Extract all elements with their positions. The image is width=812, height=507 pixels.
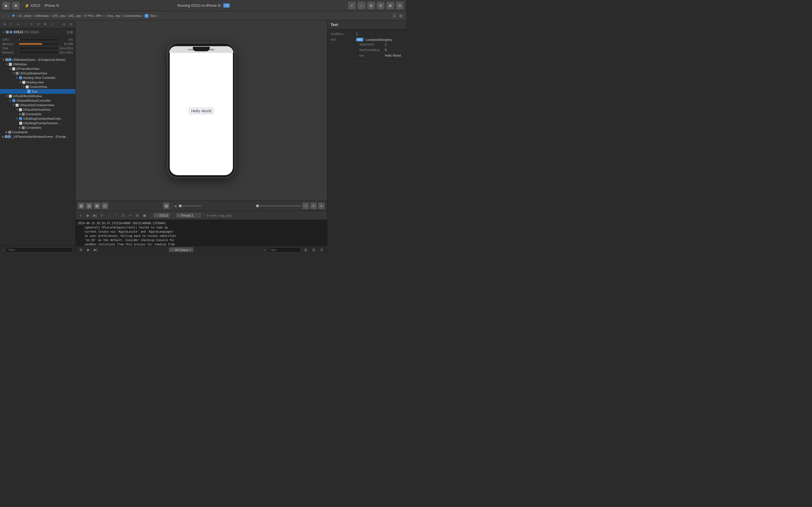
breadcrumb-item-6[interactable]: □ Hos...iew xyxy=(105,14,120,17)
tree-item-uiinputhost[interactable]: ▼ UIInputSetHostView xyxy=(0,107,75,112)
tree-item-uiediting[interactable]: ▼ UIEditingOverlayViewContr... xyxy=(0,116,75,121)
console-btn-3[interactable]: ▶| xyxy=(93,247,99,253)
zoom-slider-thumb[interactable] xyxy=(179,205,182,207)
zoom-layout-2[interactable]: ⊟ xyxy=(86,203,93,209)
layout-btn-3[interactable]: ⊠ xyxy=(386,2,394,10)
uiediting-expand[interactable]: ▼ xyxy=(16,117,18,120)
debug-btn-1[interactable]: ⊞ xyxy=(2,21,7,27)
breadcrumb-item-4[interactable]: UID...iew xyxy=(68,14,81,17)
zoom-layout-3[interactable]: ⊠ xyxy=(94,203,100,209)
layout-btn-2[interactable]: ⊟ xyxy=(377,2,385,10)
debug-btn-4[interactable]: ⋯ xyxy=(22,21,28,27)
left-filter-bar: ⌕ xyxy=(0,245,75,253)
uiwindow-expand[interactable]: ▼ xyxy=(6,63,8,66)
breadcrumb-item-2[interactable]: UIWindow xyxy=(35,14,49,17)
constraints2-expand[interactable]: ▶ xyxy=(19,126,21,129)
console-btn-2[interactable]: ▶ xyxy=(85,247,91,253)
uiinputhost-expand[interactable]: ▼ xyxy=(16,108,18,111)
nav-left-button[interactable]: ‹ xyxy=(2,13,6,18)
tree-item-constraints2[interactable]: ▶ Constraints xyxy=(0,125,75,130)
breadcrumb-item-0[interactable]: ⬢ xyxy=(12,14,15,17)
hosting-expand[interactable]: ▼ xyxy=(16,76,18,79)
uitransitionview-expand[interactable]: ▼ xyxy=(9,67,11,70)
tree-item-uiinputset[interactable]: ▼ UIInputSetContainerView xyxy=(0,103,75,107)
tree-item-hostingviewcontroller[interactable]: ▼ Hosting View Controller xyxy=(0,75,75,80)
console-btn-1[interactable]: ⊞ xyxy=(78,247,84,253)
breadcrumb-item-1[interactable]: UI...ctive) xyxy=(18,14,31,17)
debug-control-7[interactable]: ⊡ xyxy=(120,212,126,219)
zoom-plus-btn[interactable]: + xyxy=(318,203,325,209)
contentview-expand[interactable]: ▼ xyxy=(22,86,25,88)
tree-item-uiwindow[interactable]: ▼ UIWindow xyxy=(0,62,75,66)
tree-item-placeholder[interactable]: ▶ _UIPlaceholderWindowScene - (Foregr... xyxy=(0,134,75,139)
debug-control-9[interactable]: ⊞ xyxy=(134,212,140,219)
tree-item-uitexteffects[interactable]: ▼ UITextEffectsWindow xyxy=(0,94,75,98)
tree-item-windowscene[interactable]: ▼ UIWindowScene - (Foreground Active) xyxy=(0,57,75,62)
breadcrumb-item-7[interactable]: ContentView xyxy=(124,14,141,17)
zoom-slider-track[interactable] xyxy=(179,205,201,207)
right-slider-thumb[interactable] xyxy=(256,205,259,207)
tree-item-uitransitionview[interactable]: ▼ UITransitionView xyxy=(0,66,75,71)
uiinputset-expand[interactable]: ▼ xyxy=(12,104,15,107)
add-button[interactable]: + xyxy=(348,2,356,10)
tree-item-uieditinggesture[interactable]: UIEditingOverlayGesture... xyxy=(0,121,75,125)
debug-control-4[interactable]: ↻ xyxy=(99,212,105,219)
expand-icon[interactable]: ▼ xyxy=(2,58,5,61)
debug-control-3[interactable]: ▶| xyxy=(92,212,98,219)
debug-btn-2[interactable]: × xyxy=(8,21,14,27)
constraints3-expand[interactable]: ▶ xyxy=(6,131,8,133)
tree-item-constraints1[interactable]: ▶ Constraints xyxy=(0,112,75,116)
debug-btn-7[interactable]: ⊠ xyxy=(42,21,48,27)
thread-badge-container[interactable]: ● Thread 1 1 xyxy=(176,213,201,218)
console-clear-btn[interactable]: 🗑 xyxy=(303,247,309,253)
back-button[interactable]: ← xyxy=(357,2,365,10)
console-toggle-1[interactable]: ⊞ xyxy=(311,247,317,253)
constraints1-expand[interactable]: ▶ xyxy=(19,113,21,115)
tree-item-uiinputwindow[interactable]: ▼ UIInputWindowController xyxy=(0,98,75,103)
stop-button[interactable]: ■ xyxy=(12,2,20,10)
debug-copy-button[interactable]: ⊟ xyxy=(68,21,73,27)
breadcrumb-menu-button[interactable]: ☰ xyxy=(392,13,398,18)
debug-btn-5[interactable]: ≡ xyxy=(29,21,35,27)
nav-right-button[interactable]: › xyxy=(6,13,10,18)
console-filter-input[interactable] xyxy=(267,247,301,252)
console-toggle-2[interactable]: ⊟ xyxy=(319,247,325,253)
play-button[interactable]: ▶ xyxy=(2,2,10,10)
debug-btn-3[interactable]: ◎ xyxy=(15,21,21,27)
uidropshadow-expand[interactable]: ▼ xyxy=(12,72,15,75)
debug-control-1[interactable]: ≡ xyxy=(78,212,84,219)
right-slider-track[interactable] xyxy=(256,205,301,207)
breadcrumb-item-5[interactable]: ⊙ Hos...oller xyxy=(84,14,102,17)
layout-btn-1[interactable]: ⊞ xyxy=(367,2,375,10)
debug-btn-6[interactable]: ⊡ xyxy=(36,21,41,27)
placeholder-expand[interactable]: ▶ xyxy=(2,135,4,138)
left-filter-input[interactable] xyxy=(6,247,73,252)
breadcrumb-item-3[interactable]: UITr...iew xyxy=(52,14,65,17)
debug-control-6[interactable]: ↑ xyxy=(113,212,119,219)
zoom-layout-4[interactable]: ⊡ xyxy=(101,203,108,209)
output-badge[interactable]: ⬡ All Output ▾ xyxy=(169,247,193,252)
debug-record-button[interactable]: ● xyxy=(61,21,67,27)
tree-item-hostingview[interactable]: ▼ Hosting view xyxy=(0,80,75,84)
hostingview-expand[interactable]: ▼ xyxy=(19,81,22,83)
scheme-badge[interactable]: ⬡ iOS13 xyxy=(153,213,170,218)
tree-item-text[interactable]: T Text xyxy=(0,89,75,94)
tree-view[interactable]: ▼ UIWindowScene - (Foreground Active) ▼ … xyxy=(0,56,75,245)
debug-control-2[interactable]: ▶ xyxy=(85,212,91,219)
zoom-minus-btn[interactable]: − xyxy=(302,203,309,209)
uiinputwindow-expand[interactable]: ▼ xyxy=(9,99,11,102)
zoom-equal-btn[interactable]: = xyxy=(310,203,317,209)
debug-control-8[interactable]: ⊢ xyxy=(127,212,133,219)
uitexteffects-expand[interactable]: ▼ xyxy=(6,95,8,98)
layout-btn-4[interactable]: ⊡ xyxy=(396,2,404,10)
zoom-grid-button[interactable]: ⊞ xyxy=(163,203,170,209)
tree-item-uidropshadowview[interactable]: ▼ UIDropShadowView xyxy=(0,71,75,75)
breadcrumb-active[interactable]: T Text xyxy=(145,14,156,17)
tree-item-constraints3[interactable]: ▶ Constraints xyxy=(0,130,75,134)
debug-control-10[interactable]: ▣ xyxy=(141,212,147,219)
tree-item-contentview[interactable]: ▼ ContentView xyxy=(0,84,75,89)
debug-btn-8[interactable]: ☉ xyxy=(49,21,55,27)
debug-control-5[interactable]: ↓ xyxy=(106,212,112,219)
zoom-layout-1[interactable]: ⊞ xyxy=(78,203,85,209)
breadcrumb-settings-button[interactable]: ⊞ xyxy=(398,13,404,18)
